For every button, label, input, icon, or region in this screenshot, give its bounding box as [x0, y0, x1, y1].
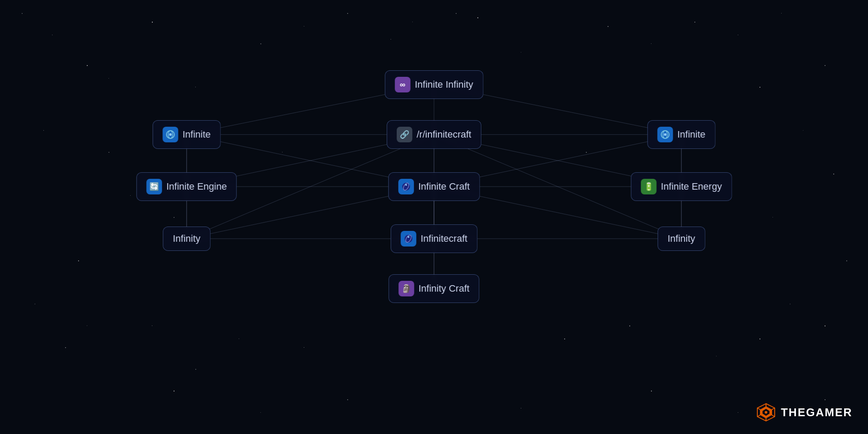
- node-infinite-left[interactable]: Infinite: [153, 120, 221, 149]
- thegamer-text: THEGAMER: [781, 406, 852, 419]
- node-label-infinity-right: Infinity: [667, 233, 695, 244]
- svg-point-30: [169, 133, 172, 136]
- starfield: [0, 0, 868, 434]
- node-r-infinitecraft[interactable]: 🔗/r/infinitecraft: [387, 120, 481, 149]
- node-infinity-left[interactable]: Infinity: [163, 227, 210, 251]
- node-infinite-craft[interactable]: Infinite Craft: [388, 172, 480, 201]
- node-infinite-right[interactable]: Infinite: [648, 120, 716, 149]
- node-icon-infinitecraft: [401, 231, 416, 247]
- node-label-infinite-infinity: Infinite Infinity: [415, 79, 473, 90]
- svg-point-33: [664, 133, 667, 136]
- node-icon-infinite-energy: 🔋: [641, 179, 657, 194]
- node-infinity-craft[interactable]: 🗿Infinity Craft: [388, 274, 479, 303]
- node-label-infinite-left: Infinite: [183, 129, 211, 140]
- node-label-infinite-engine: Infinite Engine: [166, 181, 227, 192]
- node-icon-infinity-craft: 🗿: [398, 281, 414, 296]
- thegamer-icon: [756, 403, 776, 422]
- node-icon-infinite-infinity: ∞: [395, 77, 411, 92]
- node-label-infinite-energy: Infinite Energy: [661, 181, 722, 192]
- node-label-r-infinitecraft: /r/infinitecraft: [417, 129, 471, 140]
- node-icon-infinite-craft: [398, 179, 414, 194]
- node-label-infinite-craft: Infinite Craft: [418, 181, 470, 192]
- node-infinity-right[interactable]: Infinity: [658, 227, 705, 251]
- svg-point-43: [765, 411, 767, 414]
- node-icon-infinite-right: [658, 127, 673, 142]
- node-label-infinite-right: Infinite: [677, 129, 706, 140]
- node-label-infinity-left: Infinity: [173, 233, 201, 244]
- node-infinitecraft[interactable]: Infinitecraft: [391, 224, 477, 253]
- node-label-infinitecraft: Infinitecraft: [421, 233, 467, 244]
- node-infinite-energy[interactable]: 🔋Infinite Energy: [631, 172, 732, 201]
- connection-lines: [0, 0, 868, 434]
- node-infinite-infinity[interactable]: ∞Infinite Infinity: [385, 70, 483, 99]
- node-infinite-engine[interactable]: 🔄Infinite Engine: [136, 172, 237, 201]
- thegamer-logo: THEGAMER: [756, 403, 852, 422]
- node-icon-r-infinitecraft: 🔗: [397, 127, 412, 142]
- node-icon-infinite-left: [163, 127, 178, 142]
- svg-point-36: [405, 184, 407, 186]
- node-icon-infinite-engine: 🔄: [146, 179, 162, 194]
- svg-point-39: [408, 236, 409, 238]
- node-label-infinity-craft: Infinity Craft: [418, 283, 469, 294]
